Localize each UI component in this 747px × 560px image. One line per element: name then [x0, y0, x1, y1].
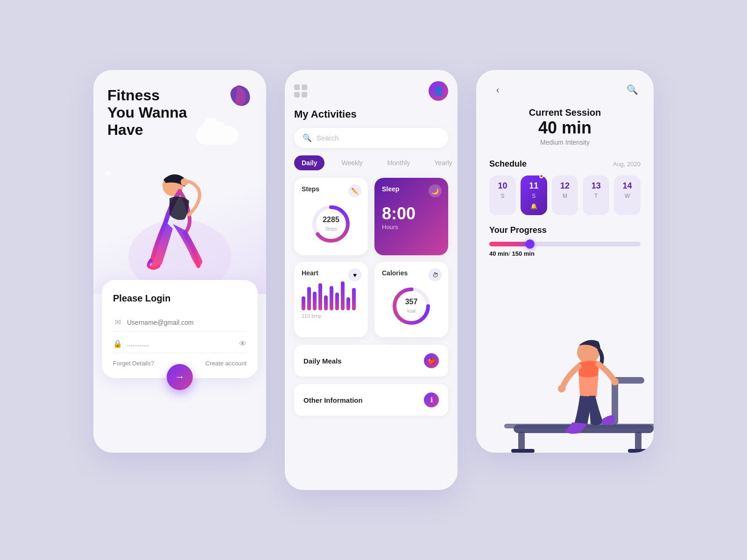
- notification-dot: [539, 174, 543, 178]
- runner-illustration: [476, 266, 654, 453]
- calories-icon[interactable]: ⏱: [429, 268, 442, 281]
- login-form-title: Please Login: [113, 293, 247, 304]
- lock-icon: 🔒: [113, 339, 122, 348]
- sleep-icon[interactable]: 🌙: [429, 184, 442, 197]
- daily-meals-icon: 🍎: [424, 353, 439, 368]
- svg-rect-10: [635, 432, 641, 450]
- day-letter: T: [594, 193, 598, 199]
- day-number: 11: [529, 181, 538, 191]
- session-title: Current Session: [489, 107, 641, 118]
- heart-bpm: 110 bmp: [302, 313, 360, 319]
- metrics-grid: Steps ✏️: [294, 178, 448, 337]
- calories-center: 357 kcal: [405, 298, 418, 315]
- login-form: Please Login ✉ 🔒 👁 Forget Details? Creat…: [102, 280, 258, 378]
- other-info-icon: ℹ: [424, 392, 439, 407]
- day-number: 14: [623, 181, 632, 191]
- heart-bar: [318, 283, 322, 310]
- search-button[interactable]: 🔍: [624, 81, 641, 98]
- day-letter: S: [500, 193, 504, 199]
- progress-bar-fill: [489, 242, 530, 246]
- day-cards: 10 S 11 S 🔔 12 M 13 T 14: [489, 175, 641, 215]
- grid-dot: [294, 84, 300, 90]
- show-password-icon[interactable]: 👁: [239, 340, 247, 348]
- daily-meals-row[interactable]: Daily Meals 🍎: [294, 345, 448, 377]
- heart-card: Heart ♥ 110 bmp: [294, 262, 368, 337]
- login-submit-button[interactable]: →: [167, 364, 193, 390]
- tab-monthly[interactable]: Monthly: [380, 155, 417, 170]
- email-field[interactable]: [127, 319, 247, 326]
- steps-card: Steps ✏️: [294, 178, 368, 255]
- email-input-row[interactable]: ✉: [113, 313, 247, 332]
- other-info-label: Other Information: [303, 396, 363, 404]
- steps-unit: Steps: [325, 226, 337, 231]
- steps-edit-icon[interactable]: ✏️: [348, 184, 361, 197]
- sleep-value: 8:00: [382, 204, 441, 224]
- steps-circle-container: 2285 Steps: [302, 198, 360, 248]
- day-letter: M: [563, 193, 567, 199]
- progress-time-text: 40 min/ 150 min: [489, 250, 641, 257]
- password-field[interactable]: [127, 340, 234, 348]
- tab-daily[interactable]: Daily: [294, 155, 324, 170]
- calories-card: Calories ⏱: [374, 262, 448, 337]
- day-number: 13: [592, 181, 601, 191]
- day-card-14[interactable]: 14 W: [614, 175, 641, 215]
- svg-point-2: [181, 178, 188, 186]
- search-icon: 🔍: [303, 133, 312, 142]
- heart-bar: [352, 288, 356, 310]
- progress-label: Your Progress: [489, 225, 641, 235]
- back-button[interactable]: ‹: [489, 81, 506, 98]
- grid-menu-icon[interactable]: [294, 84, 307, 98]
- steps-circle: 2285 Steps: [310, 203, 352, 245]
- heart-icon[interactable]: ♥: [348, 268, 361, 281]
- filter-tabs: Daily Weekly Monthly Yearly: [294, 155, 448, 170]
- calories-value: 357: [405, 298, 418, 306]
- heart-bar: [341, 281, 345, 310]
- sleep-card: Sleep 🌙 8:00 Hours: [374, 178, 448, 255]
- heart-bar: [324, 295, 328, 310]
- activities-header: 👤: [294, 81, 448, 101]
- schedule-date: Aug, 2020: [613, 161, 641, 168]
- schedule-section: Schedule Aug, 2020 10 S 11 S 🔔 12 M: [489, 159, 641, 215]
- activities-title: My Activities: [294, 108, 448, 120]
- bell-icon: 🔔: [530, 203, 537, 210]
- sleep-hours: Hours: [382, 224, 441, 231]
- svg-rect-12: [628, 449, 651, 453]
- screens-container: Fitness You Wanna Have ✦: [93, 70, 654, 490]
- day-letter: W: [625, 193, 630, 199]
- schedule-header: Schedule Aug, 2020: [489, 159, 641, 169]
- heart-bar: [346, 297, 350, 310]
- day-card-13[interactable]: 13 T: [583, 175, 609, 215]
- create-account-link[interactable]: Create account: [205, 360, 247, 367]
- login-screen: Fitness You Wanna Have ✦: [93, 70, 266, 453]
- progress-bar-track: [489, 242, 641, 246]
- steps-value: 2285: [323, 216, 339, 224]
- tab-weekly[interactable]: Weekly: [334, 155, 370, 170]
- progress-thumb[interactable]: [525, 239, 535, 249]
- tab-yearly[interactable]: Yearly: [427, 155, 458, 170]
- daily-meals-label: Daily Meals: [303, 357, 342, 365]
- heart-bar: [302, 296, 305, 310]
- session-screen: ‹ 🔍 Current Session 40 min Medium Intens…: [476, 70, 654, 453]
- yoga-illustration: [119, 154, 240, 294]
- session-duration: 40 min: [489, 118, 641, 138]
- user-avatar[interactable]: 👤: [429, 81, 448, 101]
- search-bar[interactable]: 🔍 Search: [294, 128, 448, 148]
- password-input-row[interactable]: 🔒 👁: [113, 335, 247, 353]
- day-letter: S: [532, 193, 536, 199]
- login-hero: Fitness You Wanna Have ✦: [93, 70, 266, 294]
- steps-center: 2285 Steps: [323, 216, 339, 232]
- day-card-12[interactable]: 12 M: [552, 175, 578, 215]
- grid-dot: [294, 92, 300, 98]
- svg-point-16: [558, 385, 565, 392]
- sparkle-decoration: ✦: [104, 168, 112, 180]
- forget-details-link[interactable]: Forget Details?: [113, 360, 154, 367]
- other-info-row[interactable]: Other Information ℹ: [294, 384, 448, 416]
- day-card-10[interactable]: 10 S: [489, 175, 516, 215]
- grid-dot: [302, 92, 307, 98]
- svg-point-17: [611, 378, 619, 385]
- session-header: Current Session 40 min Medium Intensity: [489, 107, 641, 146]
- session-nav: ‹ 🔍: [489, 81, 641, 98]
- schedule-label: Schedule: [489, 159, 527, 169]
- calories-circle: 357 kcal: [390, 285, 432, 327]
- day-card-11[interactable]: 11 S 🔔: [521, 175, 547, 215]
